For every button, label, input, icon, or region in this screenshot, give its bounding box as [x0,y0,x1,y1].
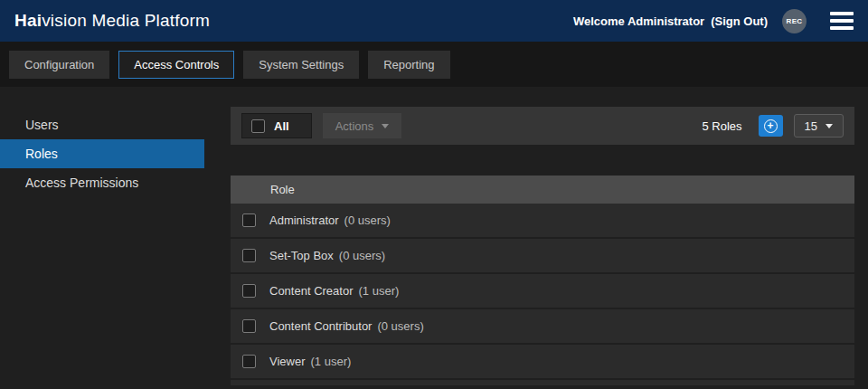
table-row[interactable]: Set-Top Box (0 users) [231,239,854,274]
row-checkbox[interactable] [242,319,256,333]
rec-badge[interactable]: REC [782,9,807,33]
select-all-checkbox[interactable] [251,119,265,133]
hamburger-menu-icon[interactable] [830,12,854,30]
table-row[interactable]: Viewer (1 user) [231,345,854,380]
sidebar: Users Roles Access Permissions [0,87,217,389]
roles-toolbar: All Actions 5 Roles + 15 [231,107,854,145]
welcome-group: Welcome Administrator (Sign Out) [573,14,768,28]
welcome-text: Welcome Administrator [573,14,704,28]
sidebar-item-users[interactable]: Users [0,110,204,139]
table-row-partial [231,380,854,385]
role-user-count: (0 users) [377,319,423,333]
sidebar-item-roles[interactable]: Roles [0,139,204,168]
role-name: Content Contributor [269,319,372,333]
tab-configuration[interactable]: Configuration [9,51,109,79]
role-name: Viewer [269,355,306,368]
brand-rest-text: vision Media Platform [42,11,210,30]
page-size-value: 15 [805,119,817,133]
table-row[interactable]: Content Creator (1 user) [231,274,854,309]
table-row[interactable]: Content Contributor (0 users) [231,309,854,345]
role-name: Set-Top Box [269,249,334,262]
role-user-count: (0 users) [339,249,385,262]
brand-bold-text: Hai [14,11,42,30]
plus-circle-icon: + [764,119,778,133]
chevron-down-icon [826,124,833,128]
roles-table: Role Administrator (0 users) Set-Top Box… [231,176,854,385]
sidebar-item-access-permissions[interactable]: Access Permissions [0,168,204,197]
row-checkbox[interactable] [242,355,256,368]
tab-access-controls[interactable]: Access Controls [118,51,234,79]
role-user-count: (0 users) [344,213,391,227]
main-content: All Actions 5 Roles + 15 Role [231,87,854,389]
chevron-down-icon [382,124,389,128]
add-role-button[interactable]: + [759,115,783,137]
table-header-role: Role [231,176,854,204]
role-user-count: (1 user) [359,284,400,298]
rec-badge-label: REC [786,17,802,25]
app-window: Haivision Media Platform Welcome Adminis… [0,0,868,389]
brand-logo[interactable]: Haivision Media Platform [14,11,210,31]
main-nav: Configuration Access Controls System Set… [0,42,868,87]
top-header: Haivision Media Platform Welcome Adminis… [0,0,868,42]
header-right-group: Welcome Administrator (Sign Out) REC [573,9,854,33]
row-checkbox[interactable] [242,284,256,298]
role-name: Administrator [269,213,339,227]
tab-reporting[interactable]: Reporting [368,51,449,79]
actions-label: Actions [335,119,374,133]
select-all-label: All [274,119,289,133]
select-all-control[interactable]: All [241,113,312,138]
row-checkbox[interactable] [242,213,256,227]
actions-dropdown-button[interactable]: Actions [323,113,402,138]
row-checkbox[interactable] [242,249,256,262]
tab-system-settings[interactable]: System Settings [243,51,359,79]
body-row: Users Roles Access Permissions All Actio… [0,87,868,389]
role-user-count: (1 user) [311,355,352,368]
roles-count-label: 5 Roles [702,119,741,133]
page-size-dropdown[interactable]: 15 [794,114,844,138]
table-row[interactable]: Administrator (0 users) [231,204,854,239]
sign-out-link[interactable]: (Sign Out) [711,14,768,28]
role-name: Content Creator [269,284,354,298]
